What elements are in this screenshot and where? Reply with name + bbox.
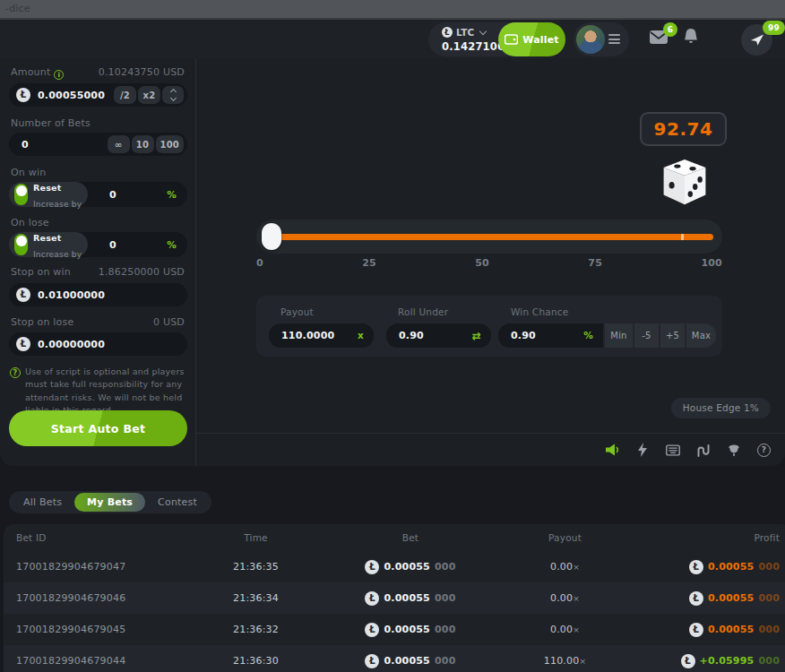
payout-input[interactable]: 110.0000 x — [269, 323, 374, 348]
bet-payout: 110.00× — [487, 655, 643, 667]
stop-on-win-value[interactable]: 0.01000000 — [38, 289, 105, 301]
max-button[interactable]: Max — [686, 323, 716, 348]
hotkeys-icon[interactable] — [666, 443, 680, 457]
balance-currency-selector[interactable]: Ł LTC 0.14271066 Wallet — [428, 22, 565, 56]
on-lose-value[interactable]: 0 — [109, 239, 116, 251]
bell-icon[interactable] — [683, 28, 699, 47]
script-disclaimer: Use of script is optional and players mu… — [25, 366, 188, 417]
payout-panel: Payout 110.0000 x Roll Under 0.90 ⇄ Win … — [256, 296, 722, 357]
live-stats-icon[interactable] — [696, 443, 711, 457]
stop-on-lose-value[interactable]: 0.00000000 — [38, 339, 105, 350]
currency-code: LTC — [456, 27, 474, 38]
on-win-value[interactable]: 0 — [109, 189, 116, 201]
slider-handle[interactable] — [262, 223, 281, 250]
bet-amount: Ł0.00055000 — [334, 560, 487, 574]
ltc-coin-icon: Ł — [365, 591, 379, 606]
tab-contest[interactable]: Contest — [145, 493, 210, 512]
col-bet: Bet — [334, 532, 487, 543]
roll-under-label: Roll Under — [398, 306, 448, 317]
table-row[interactable]: 17001829904679044 21:36:30 Ł0.00055000 1… — [4, 645, 785, 672]
number-of-bets-input[interactable]: 0 ∞ 10 100 — [9, 133, 187, 156]
dice-icon — [660, 157, 709, 209]
bet-id[interactable]: 17001829904679045 — [16, 624, 177, 635]
reset-label: Reset — [33, 233, 61, 243]
toggle-icon — [14, 234, 28, 255]
number-of-bets-label: Number of Bets — [11, 117, 91, 129]
slider-track[interactable] — [271, 234, 713, 240]
stop-on-lose-label: Stop on lose — [11, 316, 73, 328]
ltc-coin-icon: Ł — [365, 560, 379, 574]
mail-badge: 6 — [663, 22, 677, 37]
multiplier-x-icon: x — [358, 330, 364, 340]
ltc-coin-icon: Ł — [689, 560, 703, 574]
bets-table: Bet ID Time Bet Payout Profit 1700182990… — [4, 524, 785, 672]
preset-10-button[interactable]: 10 — [132, 135, 154, 153]
number-of-bets-value[interactable]: 0 — [22, 139, 29, 151]
roll-slider[interactable] — [256, 220, 722, 254]
start-auto-bet-button[interactable]: Start Auto Bet — [9, 410, 187, 446]
stop-on-lose-usd: 0 USD — [153, 316, 185, 328]
roll-under-input[interactable]: 0.90 ⇄ — [386, 323, 491, 348]
win-chance-value[interactable]: 0.90 — [511, 330, 536, 341]
toggle-icon — [14, 184, 28, 205]
roll-under-value[interactable]: 0.90 — [399, 330, 424, 341]
game-toolbar: ? — [196, 433, 785, 466]
help-icon[interactable]: ? — [757, 444, 771, 457]
tab-all-bets[interactable]: All Bets — [11, 493, 74, 512]
slider-result-marker — [681, 234, 684, 240]
double-button[interactable]: x2 — [138, 86, 160, 104]
amount-input[interactable]: Ł 0.00055000 /2 x2 — [9, 83, 187, 107]
tick-100: 100 — [701, 257, 722, 269]
min-button[interactable]: Min — [605, 323, 633, 348]
swap-icon[interactable]: ⇄ — [472, 330, 481, 342]
site-header: Ł LTC 0.14271066 Wallet 6 99 — [0, 20, 785, 58]
chevron-down-icon — [169, 95, 176, 101]
window-titlebar: -dice — [0, 0, 785, 20]
slider-scale: 0 25 50 75 100 — [256, 257, 722, 269]
game-area: 92.74 0 25 50 — [196, 58, 785, 466]
chevron-down-icon — [479, 27, 487, 34]
bet-profit: Ł0.00055000 — [643, 623, 780, 637]
amount-value[interactable]: 0.00055000 — [38, 90, 105, 101]
currency-row[interactable]: Ł LTC — [442, 27, 486, 38]
increase-by-label: Increase by — [33, 250, 82, 259]
on-lose-toggle[interactable]: ResetIncrease by — [9, 232, 88, 257]
stop-on-lose-input[interactable]: Ł 0.00000000 — [9, 332, 187, 356]
amount-stepper[interactable] — [162, 86, 184, 104]
half-button[interactable]: /2 — [114, 86, 136, 104]
sound-icon[interactable] — [605, 443, 619, 457]
table-row[interactable]: 17001829904679047 21:36:35 Ł0.00055000 0… — [4, 551, 785, 582]
wallet-button[interactable]: Wallet — [498, 22, 565, 56]
bet-payout: 0.00× — [487, 592, 643, 604]
table-row[interactable]: 17001829904679045 21:36:32 Ł0.00055000 0… — [4, 614, 785, 645]
tab-my-bets[interactable]: My Bets — [74, 493, 145, 512]
house-edge-badge[interactable]: House Edge 1% — [671, 398, 771, 418]
window-title: -dice — [0, 0, 785, 18]
payout-value[interactable]: 110.0000 — [281, 330, 334, 341]
chat-badge: 99 — [763, 21, 785, 35]
tick-25: 25 — [362, 257, 376, 269]
bet-id[interactable]: 17001829904679047 — [16, 561, 177, 573]
avatar[interactable] — [576, 25, 605, 54]
bet-id[interactable]: 17001829904679044 — [16, 655, 177, 667]
win-chance-input[interactable]: 0.90 % — [498, 323, 603, 348]
seed-icon[interactable] — [727, 443, 741, 457]
user-menu[interactable] — [574, 22, 629, 56]
bet-time: 21:36:30 — [177, 655, 334, 667]
bets-tabs: All Bets My Bets Contest — [9, 491, 211, 513]
table-row[interactable]: 17001829904679046 21:36:34 Ł0.00055000 0… — [4, 582, 785, 614]
on-lose-row: ResetIncrease by 0 % — [9, 232, 187, 257]
infinity-button[interactable]: ∞ — [108, 135, 130, 153]
paper-plane-icon — [750, 33, 764, 47]
bet-payout: 0.00× — [487, 624, 643, 635]
turbo-icon[interactable] — [635, 443, 650, 457]
info-icon[interactable]: i — [54, 70, 64, 80]
stop-on-win-input[interactable]: Ł 0.01000000 — [9, 283, 187, 306]
tick-50: 50 — [475, 257, 489, 269]
plus-5-button[interactable]: +5 — [660, 323, 685, 348]
bets-table-body: 17001829904679047 21:36:35 Ł0.00055000 0… — [4, 551, 785, 672]
bet-id[interactable]: 17001829904679046 — [16, 592, 177, 604]
minus-5-button[interactable]: -5 — [634, 323, 659, 348]
preset-100-button[interactable]: 100 — [156, 135, 184, 153]
on-win-toggle[interactable]: ResetIncrease by — [9, 182, 88, 207]
